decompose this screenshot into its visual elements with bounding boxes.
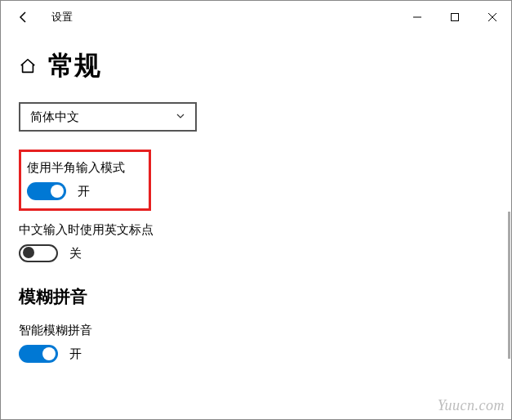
smart-fuzzy-state: 开 xyxy=(69,346,82,362)
english-punct-label: 中文输入时使用英文标点 xyxy=(19,222,493,238)
english-punct-toggle-row: 关 xyxy=(19,244,493,262)
home-icon xyxy=(19,51,48,82)
watermark: Yuucn.com xyxy=(438,397,505,414)
content-area: 常规 简体中文 使用半角输入模式 开 中文输入时使用英文标点 关 模糊拼音 智能… xyxy=(1,34,511,363)
maximize-button[interactable] xyxy=(436,4,474,30)
toggle-thumb xyxy=(23,247,34,258)
chevron-down-icon xyxy=(176,110,185,123)
titlebar: 设置 xyxy=(1,1,511,34)
vertical-scrollbar[interactable] xyxy=(508,212,510,359)
fuzzy-pinyin-heading: 模糊拼音 xyxy=(19,285,493,308)
half-width-toggle-row: 开 xyxy=(27,182,143,200)
english-punct-setting: 中文输入时使用英文标点 关 xyxy=(19,222,493,262)
svg-rect-1 xyxy=(452,14,459,21)
language-select[interactable]: 简体中文 xyxy=(19,102,197,132)
window-title: 设置 xyxy=(51,10,73,25)
language-select-value: 简体中文 xyxy=(30,109,79,125)
page-heading: 常规 xyxy=(19,48,493,84)
back-button[interactable] xyxy=(12,6,35,29)
close-button[interactable] xyxy=(474,4,511,30)
minimize-button[interactable] xyxy=(398,4,436,30)
english-punct-state: 关 xyxy=(69,246,82,261)
half-width-state: 开 xyxy=(78,184,90,199)
window-controls xyxy=(398,4,511,30)
smart-fuzzy-toggle[interactable] xyxy=(19,345,58,363)
toggle-thumb xyxy=(42,347,56,360)
half-width-toggle[interactable] xyxy=(27,182,66,200)
highlighted-setting: 使用半角输入模式 开 xyxy=(19,150,151,211)
smart-fuzzy-toggle-row: 开 xyxy=(19,345,493,363)
english-punct-toggle[interactable] xyxy=(19,244,58,262)
toggle-thumb xyxy=(51,185,64,198)
half-width-label: 使用半角输入模式 xyxy=(27,160,143,176)
page-title: 常规 xyxy=(48,48,100,84)
smart-fuzzy-setting: 智能模糊拼音 开 xyxy=(19,323,493,363)
smart-fuzzy-label: 智能模糊拼音 xyxy=(19,323,493,338)
